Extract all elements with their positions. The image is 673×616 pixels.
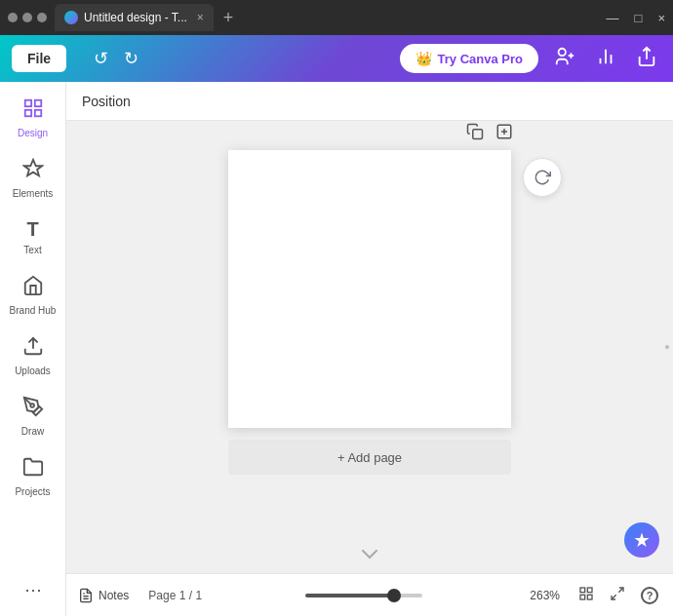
svg-line-24: [612, 595, 616, 599]
try-pro-label: Try Canva Pro: [438, 52, 523, 66]
svg-rect-13: [473, 130, 483, 139]
sidebar-item-brand-hub[interactable]: Brand Hub: [0, 267, 65, 324]
zoom-slider[interactable]: [305, 594, 422, 597]
tab-title: Untitled design - T...: [84, 11, 187, 24]
tab-close-button[interactable]: ×: [197, 11, 204, 24]
sidebar-item-more[interactable]: ⋯: [20, 571, 46, 608]
analytics-button[interactable]: [591, 42, 620, 76]
magic-refresh-icon: [534, 169, 551, 186]
notes-icon: [78, 588, 94, 603]
content-area: Position: [66, 82, 673, 616]
close-button[interactable]: ×: [657, 11, 665, 25]
sidebar-item-projects[interactable]: Projects: [0, 448, 65, 505]
text-icon: T: [26, 218, 38, 241]
svg-point-12: [30, 404, 34, 407]
projects-icon: [22, 456, 44, 482]
window-controls: — □ ×: [607, 11, 665, 25]
add-canvas-icon: [495, 123, 513, 140]
position-bar: Position: [66, 82, 673, 121]
svg-rect-9: [34, 110, 40, 116]
file-menu-button[interactable]: File: [12, 45, 66, 72]
svg-point-0: [559, 48, 566, 55]
sidebar-item-design[interactable]: Design: [0, 90, 65, 146]
notes-label: Notes: [99, 589, 129, 602]
magic-canva-button[interactable]: [624, 522, 659, 558]
window-dots: [8, 13, 47, 22]
magic-button[interactable]: [523, 158, 562, 197]
design-canvas[interactable]: [228, 150, 511, 428]
scroll-indicator: [665, 345, 669, 349]
sidebar-item-draw[interactable]: Draw: [0, 388, 65, 444]
grid-view-button[interactable]: [575, 583, 597, 608]
add-people-icon: [554, 46, 575, 67]
grid-icon: [578, 586, 594, 601]
text-label: Text: [23, 245, 41, 255]
svg-rect-20: [587, 588, 592, 593]
draw-label: Draw: [21, 426, 44, 437]
brand-hub-icon: [22, 275, 44, 301]
svg-rect-19: [580, 588, 585, 593]
projects-label: Projects: [15, 486, 50, 497]
brand-hub-label: Brand Hub: [10, 305, 57, 316]
sidebar-item-text[interactable]: T Text: [0, 211, 65, 263]
sidebar-item-uploads[interactable]: Uploads: [0, 327, 65, 384]
undo-redo-group: ↺ ↻: [78, 44, 142, 73]
sidebar-bottom: ⋯: [20, 571, 46, 608]
add-canvas-button[interactable]: [494, 121, 515, 147]
help-button[interactable]: ?: [638, 584, 661, 607]
fullscreen-button[interactable]: [607, 583, 628, 608]
design-icon: [22, 97, 44, 124]
svg-rect-10: [24, 110, 30, 116]
add-page-button[interactable]: + Add page: [228, 440, 511, 475]
share-button[interactable]: [632, 42, 661, 76]
expand-icon: [610, 586, 625, 601]
menu-bar: File ↺ ↻ 👑 Try Canva Pro: [0, 35, 673, 82]
sidebar-item-elements[interactable]: Elements: [0, 150, 65, 207]
elements-label: Elements: [13, 188, 54, 199]
svg-rect-7: [24, 100, 30, 106]
notes-button[interactable]: Notes: [78, 588, 129, 603]
scroll-dot: [665, 345, 669, 349]
magic-stars-icon: [633, 531, 651, 549]
undo-button[interactable]: ↺: [90, 44, 112, 73]
duplicate-canvas-button[interactable]: [464, 121, 486, 147]
add-people-button[interactable]: [550, 42, 579, 76]
svg-rect-21: [587, 595, 592, 599]
svg-rect-8: [34, 100, 40, 106]
page-indicator: Page 1 / 1: [148, 589, 202, 602]
redo-button[interactable]: ↻: [120, 44, 142, 73]
analytics-icon: [595, 46, 616, 67]
bottom-bar: Notes Page 1 / 1 263%: [66, 573, 673, 616]
duplicate-icon: [466, 123, 484, 140]
title-bar: Untitled design - T... × + — □ ×: [0, 0, 673, 35]
chevron-down-icon: [362, 550, 377, 559]
draw-icon: [22, 396, 44, 422]
crown-icon: 👑: [416, 51, 432, 66]
canvas-actions: [464, 121, 515, 147]
bottom-right-controls: ?: [575, 583, 661, 608]
dot-2: [22, 13, 32, 22]
new-tab-button[interactable]: +: [223, 8, 234, 28]
main-layout: Design Elements T Text Brand Hub: [0, 82, 673, 616]
more-apps-icon: ⋯: [24, 579, 42, 600]
zoom-slider-area: [210, 594, 517, 597]
svg-line-23: [618, 588, 623, 593]
position-title: Position: [82, 94, 131, 109]
scroll-down-indicator: [362, 546, 377, 563]
canvas-area: + Add page: [66, 121, 673, 573]
minimize-button[interactable]: —: [607, 11, 619, 25]
uploads-label: Uploads: [15, 366, 51, 376]
active-tab[interactable]: Untitled design - T... ×: [55, 4, 214, 31]
tab-area: Untitled design - T... × +: [55, 4, 599, 31]
magic-canva-button-wrapper: [624, 522, 659, 558]
canvas-wrapper: + Add page: [228, 140, 511, 475]
zoom-level-label: 263%: [525, 589, 560, 602]
canvas-container: [228, 150, 511, 428]
maximize-button[interactable]: □: [635, 11, 643, 25]
share-icon: [636, 46, 657, 67]
menu-right-group: 👑 Try Canva Pro: [400, 42, 661, 76]
design-label: Design: [18, 128, 48, 138]
dot-3: [37, 13, 47, 22]
try-pro-button[interactable]: 👑 Try Canva Pro: [400, 44, 538, 73]
sidebar: Design Elements T Text Brand Hub: [0, 82, 66, 616]
